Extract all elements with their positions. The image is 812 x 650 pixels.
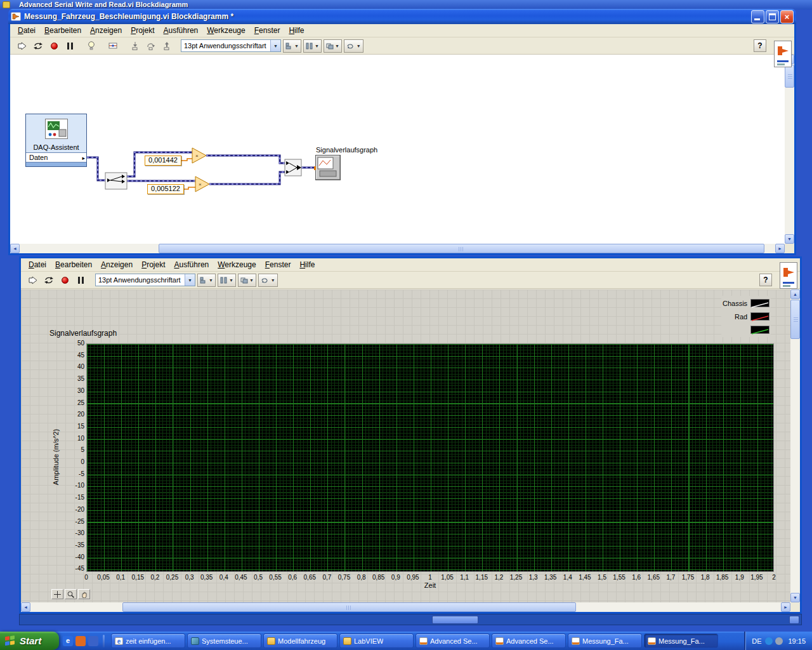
daq-assistant-node[interactable]: DAQ-Assistent Daten ▸ xyxy=(25,114,87,167)
daq-output-daten[interactable]: Daten ▸ xyxy=(26,152,86,162)
pause-button[interactable] xyxy=(74,273,88,287)
menu-fenster[interactable]: Fenster xyxy=(261,260,295,270)
retain-wire-values-button[interactable] xyxy=(106,39,120,53)
menu-anzeigen[interactable]: Anzeigen xyxy=(86,25,126,36)
chevron-down-icon[interactable]: ▼ xyxy=(185,274,195,286)
step-into-button[interactable] xyxy=(128,39,141,53)
close-button[interactable]: × xyxy=(780,10,794,23)
menu-bearbeiten[interactable]: Bearbeiten xyxy=(41,25,85,36)
legend-line-sample[interactable] xyxy=(750,312,769,321)
start-button[interactable]: Start xyxy=(0,632,59,650)
pause-button[interactable] xyxy=(63,39,77,53)
scroll-left-icon[interactable]: ◄ xyxy=(10,244,20,253)
numeric-constant-1[interactable]: 0,001442 xyxy=(145,156,181,166)
daq-expand-strip[interactable] xyxy=(26,162,86,166)
taskbar-task[interactable]: Messung_Fa... xyxy=(568,633,642,648)
legend-entry[interactable]: Rad xyxy=(723,310,769,323)
hscroll-thumb[interactable] xyxy=(159,244,764,253)
font-selector[interactable]: 13pt Anwendungsschriftart ▼ xyxy=(181,39,281,52)
resize-objects-button[interactable]: ▼ xyxy=(238,274,256,287)
front-panel-area[interactable]: ChassisRad Signalverlaufsgraph Amplitude… xyxy=(21,289,790,602)
abort-button[interactable] xyxy=(58,273,72,287)
block-diagram-titlebar[interactable]: Messung_Fahrzeug_Beschleumigung.vi Block… xyxy=(8,9,796,24)
menu-projekt[interactable]: Projekt xyxy=(138,260,169,270)
legend-entry[interactable]: Chassis xyxy=(723,296,769,310)
run-button[interactable] xyxy=(15,39,29,53)
taskbar-task[interactable]: Modellfahrzeug xyxy=(263,633,337,648)
menu-ausfhren[interactable]: Ausführen xyxy=(171,260,213,270)
x-axis-title[interactable]: Zeit xyxy=(86,581,774,589)
menu-datei[interactable]: Datei xyxy=(14,25,39,36)
legend-line-sample[interactable] xyxy=(750,299,769,307)
legend-line-sample[interactable] xyxy=(750,326,769,334)
highlight-execution-button[interactable] xyxy=(84,39,98,53)
graph-pan-tool-button[interactable] xyxy=(78,589,90,599)
graph-cursor-tool-button[interactable] xyxy=(51,589,63,599)
scroll-up-icon[interactable]: ▲ xyxy=(790,289,800,299)
vscroll-thumb[interactable] xyxy=(785,65,794,88)
distribute-objects-button[interactable]: ▼ xyxy=(303,39,322,53)
taskbar-task[interactable]: Advanced Se... xyxy=(416,633,490,648)
safely-remove-icon[interactable] xyxy=(775,637,783,645)
firefox-icon[interactable] xyxy=(88,636,98,646)
hscroll-thumb[interactable] xyxy=(432,616,478,624)
scroll-right-icon[interactable]: ► xyxy=(781,602,790,612)
graph-zoom-tool-button[interactable] xyxy=(65,589,77,599)
background-window-hscrollbar[interactable] xyxy=(19,614,802,625)
abort-button[interactable] xyxy=(47,39,61,53)
taskbar-task[interactable]: Systemsteue... xyxy=(187,633,261,648)
reorder-objects-button[interactable]: ▼ xyxy=(258,274,278,287)
graph-label[interactable]: Signalverlaufsgraph xyxy=(49,329,117,338)
step-over-button[interactable] xyxy=(143,39,157,53)
chevron-down-icon[interactable]: ▼ xyxy=(270,40,280,51)
menu-bearbeiten[interactable]: Bearbeiten xyxy=(51,260,96,270)
run-continuous-button[interactable] xyxy=(42,273,56,287)
resize-objects-button[interactable]: ▼ xyxy=(324,39,342,53)
menu-hilfe[interactable]: Hilfe xyxy=(296,260,318,270)
menu-projekt[interactable]: Projekt xyxy=(127,25,158,36)
align-objects-button[interactable]: ▼ xyxy=(283,39,301,53)
step-out-button[interactable] xyxy=(159,39,173,53)
align-objects-button[interactable]: ▼ xyxy=(197,274,216,287)
background-window-titlebar[interactable]: Advanced Serial Write and Read.vi Blockd… xyxy=(0,0,812,10)
taskbar-task[interactable]: Messung_Fa... xyxy=(644,633,718,648)
legend-entry[interactable] xyxy=(723,323,769,336)
scroll-left-icon[interactable]: ◄ xyxy=(21,602,30,612)
taskbar-task[interactable]: Advanced Se... xyxy=(492,633,566,648)
help-button[interactable]: ? xyxy=(754,39,766,52)
clock[interactable]: 19:15 xyxy=(787,637,806,645)
block-diagram-canvas[interactable]: × × xyxy=(10,55,785,244)
scroll-down-icon[interactable]: ▼ xyxy=(790,593,800,602)
menu-werkzeuge[interactable]: Werkzeuge xyxy=(203,25,249,36)
menu-werkzeuge[interactable]: Werkzeuge xyxy=(214,260,259,270)
scroll-right-icon[interactable]: ► xyxy=(775,244,785,253)
distribute-objects-button[interactable]: ▼ xyxy=(218,274,236,287)
language-bar-icon[interactable] xyxy=(765,637,773,645)
menu-hilfe[interactable]: Hilfe xyxy=(285,25,308,36)
run-button[interactable] xyxy=(26,273,40,287)
numeric-constant-2[interactable]: 0,005122 xyxy=(147,184,184,194)
waveform-graph-plot-area[interactable] xyxy=(86,343,774,572)
internet-explorer-icon[interactable]: e xyxy=(63,636,73,646)
taskbar-task[interactable]: LabVIEW xyxy=(339,633,414,648)
block-diagram-vscrollbar[interactable]: ▲ ▼ xyxy=(785,55,794,244)
scroll-down-icon[interactable]: ▼ xyxy=(785,234,794,244)
media-player-icon[interactable] xyxy=(75,636,86,646)
hscroll-thumb[interactable] xyxy=(122,602,576,612)
taskbar-task[interactable]: ezeit einfügen... xyxy=(111,633,185,648)
menu-anzeigen[interactable]: Anzeigen xyxy=(97,260,136,270)
block-diagram-hscrollbar[interactable]: ◄ ► xyxy=(10,244,785,253)
vscroll-thumb[interactable] xyxy=(790,300,800,339)
menu-ausfhren[interactable]: Ausführen xyxy=(160,25,202,36)
front-panel-vscrollbar[interactable]: ▲ ▼ xyxy=(790,289,800,602)
minimize-button[interactable] xyxy=(751,10,764,23)
menu-datei[interactable]: Datei xyxy=(25,260,50,270)
font-selector[interactable]: 13pt Anwendungsschriftart ▼ xyxy=(95,274,195,286)
reorder-objects-button[interactable]: ▼ xyxy=(344,39,363,53)
front-panel-hscrollbar[interactable]: ◄ ► xyxy=(21,602,790,612)
maximize-button[interactable] xyxy=(766,10,779,23)
help-button[interactable]: ? xyxy=(759,274,772,286)
menu-fenster[interactable]: Fenster xyxy=(251,25,284,36)
run-continuous-button[interactable] xyxy=(31,39,45,53)
language-indicator[interactable]: DE xyxy=(752,637,761,645)
